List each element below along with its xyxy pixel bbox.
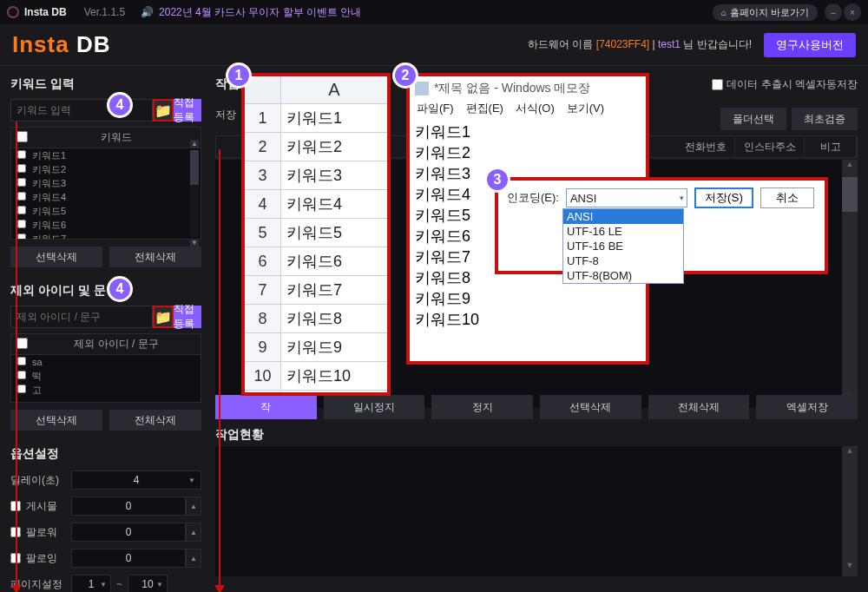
exclude-register-button[interactable]: 직접등록: [174, 306, 201, 328]
excel-cell[interactable]: 키워드10: [281, 362, 387, 390]
list-item[interactable]: 키워드2: [11, 162, 201, 176]
scroll-up-icon[interactable]: ▲: [842, 160, 858, 175]
scroll-down-icon[interactable]: ▼: [190, 239, 199, 247]
excel-row[interactable]: 5키워드5: [245, 219, 387, 247]
exclude-all-delete-button[interactable]: 전체삭제: [109, 410, 201, 431]
scroll-thumb[interactable]: [842, 177, 858, 212]
excel-cell[interactable]: 키워드1: [281, 104, 387, 132]
list-item[interactable]: 키워드6: [11, 218, 201, 232]
notepad-menu-format[interactable]: 서식(O): [516, 101, 555, 120]
following-step-up[interactable]: ▲: [186, 549, 201, 568]
delay-dropdown[interactable]: 4▼: [71, 470, 201, 490]
excel-rownum[interactable]: 4: [245, 190, 281, 218]
exclude-folder-button[interactable]: 📁: [153, 306, 174, 328]
keyword-folder-button[interactable]: 📁: [153, 99, 174, 122]
speaker-icon: 🔊: [141, 6, 154, 18]
keyword-all-delete-button[interactable]: 전체삭제: [109, 247, 201, 267]
excel-cell[interactable]: 키워드2: [281, 133, 387, 161]
folder-select-button[interactable]: 폴더선택: [720, 108, 786, 130]
excel-row[interactable]: 3키워드3: [245, 161, 387, 190]
excel-row[interactable]: 4키워드4: [245, 190, 387, 219]
keyword-register-button[interactable]: 직접등록: [174, 99, 201, 122]
list-item[interactable]: 떡: [11, 369, 201, 383]
excel-rownum[interactable]: 9: [245, 333, 281, 361]
exclude-select-all-checkbox[interactable]: [16, 338, 28, 349]
exclude-select-delete-button[interactable]: 선택삭제: [10, 410, 102, 431]
encoding-option[interactable]: UTF-8(BOM): [563, 268, 683, 283]
stop-button[interactable]: 정지: [431, 395, 533, 419]
encoding-save-button[interactable]: 저장(S): [694, 187, 753, 208]
excel-cell[interactable]: 키워드4: [281, 190, 387, 218]
page-to-dropdown[interactable]: 10▼: [128, 575, 168, 592]
excel-row[interactable]: 7키워드7: [245, 276, 387, 305]
excel-cell[interactable]: 키워드9: [281, 333, 387, 361]
excel-cell[interactable]: 키워드8: [281, 305, 387, 332]
excel-save-button[interactable]: 엑셀저장: [756, 395, 858, 419]
list-item[interactable]: 고: [11, 383, 201, 397]
notepad-menu-view[interactable]: 보기(V): [567, 101, 604, 120]
list-item[interactable]: 키워드4: [11, 190, 201, 204]
autosave-checkbox-label[interactable]: 데이터 추출시 엑셀자동저장: [712, 77, 858, 92]
excel-row[interactable]: 2키워드2: [245, 133, 387, 161]
notepad-menu-edit[interactable]: 편집(E): [466, 101, 503, 120]
keyword-select-delete-button[interactable]: 선택삭제: [10, 247, 102, 267]
encoding-option[interactable]: UTF-8: [563, 253, 683, 268]
scroll-up-icon[interactable]: ▲: [190, 140, 199, 148]
encoding-cancel-button[interactable]: 취소: [760, 187, 814, 208]
homepage-button[interactable]: ⌂ 홈페이지 바로가기: [713, 4, 818, 21]
excel-rownum[interactable]: 1: [245, 104, 281, 132]
encoding-option[interactable]: UTF-16 BE: [563, 239, 683, 253]
excel-row[interactable]: 10키워드10: [245, 362, 387, 391]
posts-value[interactable]: 0: [71, 497, 186, 516]
excel-row[interactable]: 9키워드9: [245, 333, 387, 362]
excel-col-a[interactable]: A: [281, 76, 387, 103]
follower-value[interactable]: 0: [71, 523, 186, 542]
start-button[interactable]: 작: [215, 395, 317, 419]
encoding-options-list: ANSIUTF-16 LEUTF-16 BEUTF-8UTF-8(BOM): [562, 208, 684, 284]
license-button[interactable]: 영구사용버전: [764, 33, 856, 57]
exclude-input[interactable]: [10, 306, 153, 328]
excel-rownum[interactable]: 3: [245, 161, 281, 189]
status-scrollbar[interactable]: ▲ ▼: [842, 446, 858, 576]
scroll-thumb[interactable]: [190, 150, 199, 185]
pause-button[interactable]: 일시정지: [324, 395, 425, 419]
excel-rownum[interactable]: 7: [245, 276, 281, 304]
excel-row[interactable]: 6키워드6: [245, 247, 387, 276]
excel-cell[interactable]: 키워드6: [281, 247, 387, 275]
follower-step-up[interactable]: ▲: [186, 523, 201, 542]
excel-cell[interactable]: 키워드5: [281, 219, 387, 247]
work-scrollbar[interactable]: ▲ ▼: [842, 160, 858, 408]
list-item[interactable]: 키워드5: [11, 204, 201, 218]
excel-rownum[interactable]: 8: [245, 305, 281, 332]
excel-cell[interactable]: 키워드7: [281, 276, 387, 304]
exclude-list-header: 제외 아이디 / 문구: [32, 337, 201, 352]
ctrl-select-delete-button[interactable]: 선택삭제: [540, 395, 641, 419]
first-verify-button[interactable]: 최초검증: [792, 108, 858, 130]
excel-rownum[interactable]: 10: [245, 362, 281, 390]
encoding-option[interactable]: UTF-16 LE: [563, 224, 683, 239]
encoding-option[interactable]: ANSI: [563, 209, 683, 224]
excel-rownum[interactable]: 5: [245, 219, 281, 247]
list-item[interactable]: 키워드3: [11, 176, 201, 190]
excel-row[interactable]: 1키워드1: [245, 104, 387, 133]
autosave-checkbox[interactable]: [712, 79, 723, 90]
excel-rownum[interactable]: 2: [245, 133, 281, 161]
page-from-dropdown[interactable]: 1▼: [71, 575, 111, 592]
minimize-button[interactable]: –: [825, 3, 842, 21]
following-value[interactable]: 0: [71, 549, 186, 568]
posts-step-up[interactable]: ▲: [186, 497, 201, 516]
notepad-menu-file[interactable]: 파일(F): [417, 101, 454, 120]
keyword-select-all-checkbox[interactable]: [16, 131, 28, 142]
excel-row[interactable]: 8키워드8: [245, 305, 387, 333]
encoding-dropdown[interactable]: ANSI ▾: [566, 188, 687, 207]
list-item[interactable]: 키워드7: [11, 232, 201, 239]
excel-rownum[interactable]: 6: [245, 247, 281, 275]
excel-cell[interactable]: 키워드3: [281, 161, 387, 189]
scroll-down-icon[interactable]: ▼: [842, 561, 858, 576]
keyword-scrollbar[interactable]: ▲ ▼: [190, 150, 199, 237]
ctrl-all-delete-button[interactable]: 전체삭제: [648, 395, 750, 419]
list-item[interactable]: 키워드1: [11, 148, 201, 162]
scroll-up-icon[interactable]: ▲: [842, 446, 858, 462]
list-item[interactable]: sa: [11, 355, 201, 369]
close-button[interactable]: ×: [844, 3, 861, 21]
